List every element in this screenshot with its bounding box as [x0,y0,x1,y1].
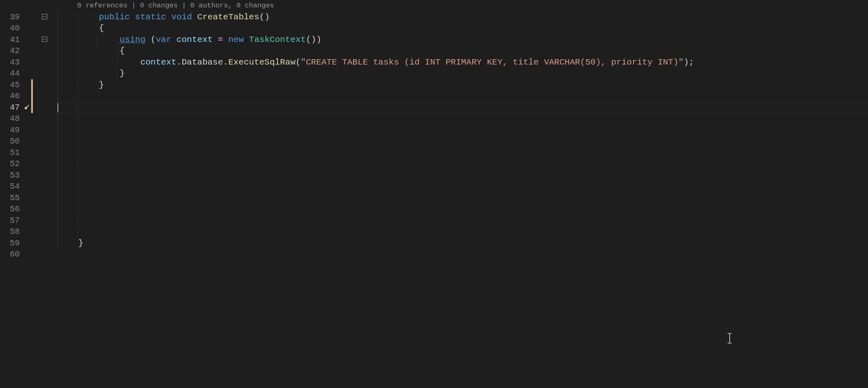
code-line[interactable]: { [57,23,868,34]
code-line[interactable] [57,192,868,204]
code-line[interactable] [57,170,868,181]
text-cursor [57,103,58,112]
line-number: 55 [0,192,22,204]
code-line[interactable] [57,203,868,215]
line-number: 57 [0,215,22,226]
fold-toggle-icon[interactable] [42,37,47,42]
line-number: 49 [0,125,22,136]
line-number: 54 [0,181,22,192]
code-line[interactable] [57,136,868,147]
code-line[interactable]: context.Database.ExecuteSqlRaw("CREATE T… [57,57,868,68]
code-area[interactable]: 0 references | 0 changes | 0 authors, 0 … [52,0,868,388]
line-number: 42 [0,45,22,57]
code-line[interactable]: } [57,79,868,91]
line-number: 60 [0,249,22,260]
code-line[interactable] [57,158,868,170]
line-number-gutter: 3940414243444546474849505152535455565758… [0,0,22,388]
line-number: 45 [0,79,22,91]
code-line[interactable] [57,215,868,226]
line-number: 41 [0,34,22,46]
code-line[interactable] [57,147,868,159]
line-number: 51 [0,147,22,159]
code-line[interactable] [57,113,868,125]
line-number: 47 [0,102,22,113]
line-number: 43 [0,57,22,68]
code-line[interactable] [57,249,868,260]
code-line[interactable] [57,226,868,238]
code-line[interactable] [57,181,868,192]
code-line[interactable]: } [57,238,868,249]
indent-guide [57,12,58,249]
code-line[interactable] [57,90,868,102]
code-line[interactable]: { [57,45,868,57]
line-number: 40 [0,23,22,34]
code-editor[interactable]: 3940414243444546474849505152535455565758… [0,0,868,388]
code-line[interactable]: using (var context = new TaskContext()) [57,34,868,46]
line-number: 48 [0,113,22,125]
codelens[interactable]: 0 references | 0 changes | 0 authors, 0 … [57,0,868,12]
code-line[interactable]: public static void CreateTables() [57,12,868,23]
line-number: 44 [0,68,22,79]
indent-guide [117,45,117,79]
indent-guide [77,12,78,238]
code-line[interactable] [57,125,868,136]
line-number: 56 [0,203,22,215]
fold-toggle-icon[interactable] [42,14,47,19]
line-number: 58 [0,226,22,238]
line-number: 52 [0,158,22,170]
indent-guide [97,23,98,90]
code-line[interactable]: } [57,68,868,79]
fold-column [22,0,52,388]
line-number: 50 [0,136,22,147]
modified-indicator [31,79,33,113]
line-number: 39 [0,12,22,23]
code-line[interactable] [57,102,868,113]
line-number: 46 [0,90,22,102]
line-number: 59 [0,238,22,249]
line-number: 53 [0,170,22,181]
